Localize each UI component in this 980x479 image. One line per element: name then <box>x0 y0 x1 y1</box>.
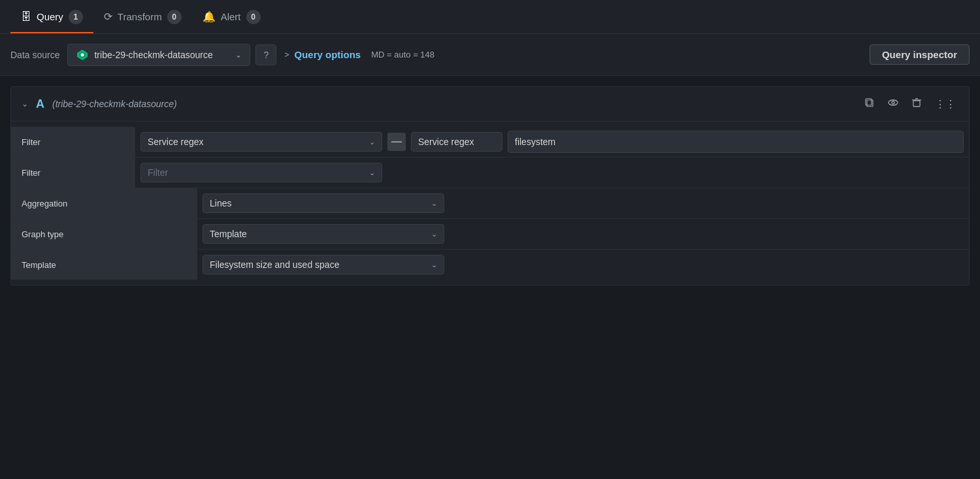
filter-1-value-input[interactable] <box>508 131 964 153</box>
tab-transform[interactable]: ⟳ Transform 0 <box>93 0 192 33</box>
template-row: Template Filesystem size and used space … <box>11 250 969 280</box>
checkmk-logo <box>76 48 89 61</box>
filter-1-chevron-icon: ⌄ <box>369 138 375 146</box>
graph-type-label: Graph type <box>11 219 197 249</box>
template-value: Filesystem size and used space <box>210 259 426 270</box>
datasource-chevron-icon: ⌄ <box>235 50 242 59</box>
minus-icon: — <box>391 136 402 148</box>
query-panel: ⌄ A (tribe-29-checkmk-datasource) <box>10 86 970 286</box>
datasource-selector[interactable]: tribe-29-checkmk-datasource ⌄ <box>67 44 250 66</box>
aggregation-content: Lines ⌄ <box>197 190 969 217</box>
filter-1-label: Filter <box>11 127 135 157</box>
template-chevron-icon: ⌄ <box>431 261 437 269</box>
filter-2-placeholder: Filter <box>148 167 364 178</box>
tab-alert-badge: 0 <box>246 10 261 24</box>
filter-row-2: Filter Filter ⌄ <box>11 157 969 188</box>
svg-rect-7 <box>913 101 920 107</box>
template-content: Filesystem size and used space ⌄ <box>197 251 969 278</box>
query-header: ⌄ A (tribe-29-checkmk-datasource) <box>11 87 969 122</box>
help-icon: ? <box>264 50 269 60</box>
graph-type-select[interactable]: Template ⌄ <box>203 224 444 244</box>
eye-icon[interactable] <box>885 95 901 113</box>
aggregation-value: Lines <box>210 198 426 208</box>
query-options-section: > Query options MD = auto = 148 <box>284 49 434 60</box>
filter-row-1: Filter Service regex ⌄ — Service regex <box>11 127 969 157</box>
query-inspector-button[interactable]: Query inspector <box>870 44 970 65</box>
transform-icon: ⟳ <box>104 10 112 23</box>
tab-query-label: Query <box>37 11 63 22</box>
query-action-icons: ⋮⋮ <box>862 95 958 113</box>
filter-2-type-select[interactable]: Filter ⌄ <box>140 163 382 182</box>
aggregation-label: Aggregation <box>11 188 197 218</box>
filter-1-type-value: Service regex <box>148 137 364 147</box>
filter-1-remove-button[interactable]: — <box>387 133 406 151</box>
tab-transform-label: Transform <box>118 11 162 22</box>
filter-2-content: Filter ⌄ <box>135 159 969 186</box>
aggregation-row: Aggregation Lines ⌄ <box>11 188 969 219</box>
graph-type-content: Template ⌄ <box>197 220 969 248</box>
tab-query-badge: 1 <box>69 10 83 24</box>
collapse-button[interactable]: ⌄ <box>22 99 28 108</box>
query-options-expand-icon: > <box>284 50 289 59</box>
tab-alert-label: Alert <box>221 11 241 22</box>
more-options-icon[interactable]: ⋮⋮ <box>932 95 958 113</box>
alert-icon: 🔔 <box>203 10 216 23</box>
svg-point-6 <box>892 101 894 104</box>
svg-point-5 <box>889 100 898 105</box>
query-letter: A <box>36 97 44 111</box>
query-options-label[interactable]: Query options <box>295 49 361 60</box>
svg-point-2 <box>81 53 84 56</box>
graph-type-chevron-icon: ⌄ <box>431 230 437 239</box>
help-button[interactable]: ? <box>255 44 276 65</box>
filter-2-chevron-icon: ⌄ <box>369 169 375 177</box>
template-label: Template <box>11 250 197 280</box>
datasource-bar: Data source tribe-29-checkmk-datasource … <box>0 34 980 76</box>
query-options-value: MD = auto = 148 <box>371 50 434 59</box>
filter-1-content: Service regex ⌄ — Service regex <box>135 127 969 157</box>
tab-bar: 🗄 Query 1 ⟳ Transform 0 🔔 Alert 0 <box>0 0 980 34</box>
filter-1-condition-label: Service regex <box>411 132 502 152</box>
query-body: Filter Service regex ⌄ — Service regex F… <box>11 122 969 285</box>
filter-2-label: Filter <box>11 157 135 188</box>
filter-1-type-select[interactable]: Service regex ⌄ <box>140 132 382 152</box>
graph-type-row: Graph type Template ⌄ <box>11 219 969 250</box>
query-db-icon: 🗄 <box>21 11 31 23</box>
template-select[interactable]: Filesystem size and used space ⌄ <box>203 255 444 274</box>
tab-alert[interactable]: 🔔 Alert 0 <box>192 0 271 33</box>
aggregation-chevron-icon: ⌄ <box>431 199 437 208</box>
datasource-name: tribe-29-checkmk-datasource <box>94 50 230 60</box>
copy-icon[interactable] <box>862 95 877 113</box>
datasource-label: Data source <box>10 50 59 60</box>
graph-type-value: Template <box>210 229 426 239</box>
delete-icon[interactable] <box>909 95 924 113</box>
aggregation-select[interactable]: Lines ⌄ <box>203 193 444 213</box>
tab-transform-badge: 0 <box>167 10 182 24</box>
tab-query[interactable]: 🗄 Query 1 <box>10 0 93 33</box>
query-datasource-label: (tribe-29-checkmk-datasource) <box>52 99 177 109</box>
